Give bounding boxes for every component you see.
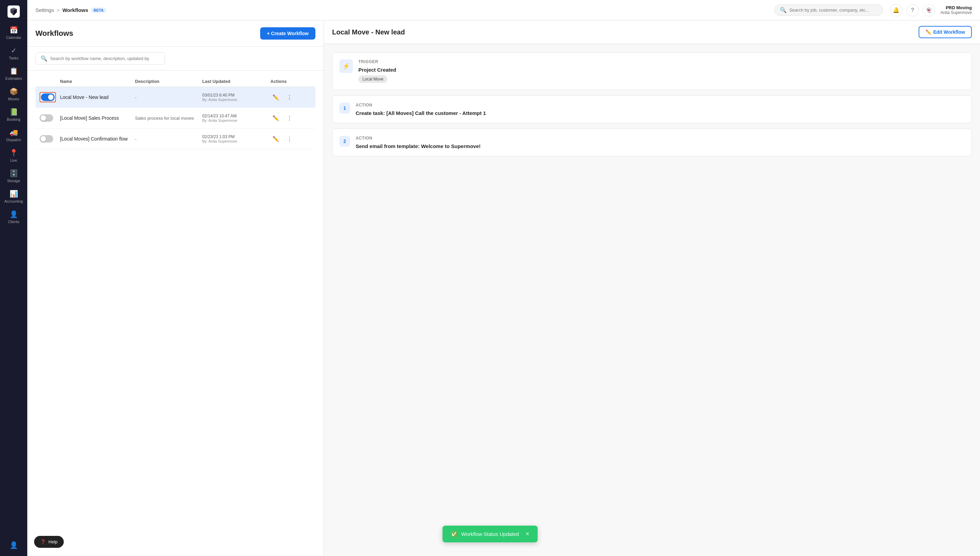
action-2-label: Action: [356, 136, 480, 141]
user-company: PRD Moving: [946, 5, 972, 10]
sidebar-item-storage[interactable]: 🗄️ Storage: [2, 166, 26, 186]
trigger-value: Project Created: [358, 67, 396, 73]
app-logo[interactable]: [6, 4, 21, 19]
main-content: Settings > Workflows BETA 🔍 🔔 ? 👻 PRD Mo…: [27, 0, 980, 556]
row-actions-3: ✏️ ⋮: [271, 133, 311, 144]
workflow-search-filter: 🔍: [27, 47, 324, 71]
sidebar: 📅 Calendar ✓ Tasks 📋 Estimates 📦 Moves 📗…: [0, 0, 27, 556]
ghost-icon-button[interactable]: 👻: [923, 4, 935, 16]
more-row-3-button[interactable]: ⋮: [284, 133, 295, 144]
dispatch-icon: 🚚: [10, 128, 18, 136]
breadcrumb-settings[interactable]: Settings: [35, 7, 54, 13]
question-icon: ?: [911, 7, 914, 13]
col-description: Description: [135, 79, 202, 84]
calendar-icon: 📅: [10, 26, 18, 34]
sidebar-item-profile[interactable]: 👤: [2, 538, 26, 552]
action-2-number: 2: [339, 136, 350, 147]
row-updated-2: 02/14/23 10:47 AM By: Anita Supermove: [202, 113, 271, 123]
edit-row-3-button[interactable]: ✏️: [271, 133, 281, 144]
accounting-icon: 📊: [10, 190, 18, 198]
sidebar-item-accounting[interactable]: 📊 Accounting: [2, 187, 26, 206]
user-info: PRD Moving Anita Supermove: [940, 5, 972, 15]
tasks-icon: ✓: [11, 46, 17, 55]
toggle-3[interactable]: [40, 135, 53, 142]
edit-pencil-icon: ✏️: [925, 29, 931, 35]
workflow-table: Name Description Last Updated Actions: [27, 71, 324, 556]
action-2-header: 2 Action Send email from template: Welco…: [339, 136, 965, 149]
toggle-knob: [48, 94, 53, 100]
moves-icon: 📦: [10, 87, 18, 95]
notifications-button[interactable]: 🔔: [890, 4, 902, 16]
sidebar-label-moves: Moves: [8, 97, 19, 101]
sidebar-label-calendar: Calendar: [6, 36, 21, 40]
profile-icon: 👤: [10, 541, 18, 549]
toast-close-button[interactable]: ×: [526, 530, 530, 538]
help-button[interactable]: ❓ Help: [34, 536, 64, 548]
action-1-header: 1 Action Create task: [All Moves] Call t…: [339, 103, 965, 116]
toggle-wrapper-selected: [40, 92, 56, 102]
sidebar-item-clients[interactable]: 👤 Clients: [2, 207, 26, 226]
beta-badge: BETA: [91, 8, 106, 13]
table-header: Name Description Last Updated Actions: [35, 76, 316, 87]
edit-row-2-button[interactable]: ✏️: [271, 113, 281, 123]
workflow-search-input-wrapper[interactable]: 🔍: [35, 52, 165, 65]
action-card-1: 1 Action Create task: [All Moves] Call t…: [332, 95, 972, 123]
row-updated-3: 02/23/23 1:03 PM By: Anita Supermove: [202, 134, 271, 143]
sidebar-label-clients: Clients: [8, 220, 19, 224]
table-row[interactable]: Local Move - New lead - 03/01/23 6:40 PM…: [35, 87, 316, 108]
row-name-2: [Local Move] Sales Process: [60, 115, 135, 121]
sidebar-item-live[interactable]: 📍 Live: [2, 146, 26, 165]
right-panel: Local Move - New lead ✏️ Edit Workflow ⚡…: [324, 21, 980, 556]
global-search-input[interactable]: [790, 8, 877, 13]
help-circle-icon: ❓: [40, 539, 46, 545]
sidebar-label-estimates: Estimates: [5, 76, 22, 81]
sidebar-item-booking[interactable]: 📗 Booking: [2, 105, 26, 124]
help-label: Help: [48, 539, 58, 545]
sidebar-label-accounting: Accounting: [5, 199, 23, 203]
sidebar-item-moves[interactable]: 📦 Moves: [2, 85, 26, 104]
trigger-card: ⚡ Trigger Project Created Local Move: [332, 52, 972, 90]
action-2-content: Action Send email from template: Welcome…: [356, 136, 480, 149]
action-2-value: Send email from template: Welcome to Sup…: [356, 143, 480, 149]
table-row[interactable]: [Local Move] Sales Process Sales process…: [35, 108, 316, 129]
action-1-number: 1: [339, 103, 350, 113]
sidebar-item-estimates[interactable]: 📋 Estimates: [2, 64, 26, 83]
action-1-value: Create task: [All Moves] Call the custom…: [356, 110, 486, 116]
toggle-1[interactable]: [41, 94, 55, 101]
edit-workflow-button[interactable]: ✏️ Edit Workflow: [919, 26, 972, 38]
search-icon: 🔍: [780, 7, 787, 13]
ghost-icon: 👻: [925, 7, 932, 13]
col-last-updated: Last Updated: [202, 79, 271, 84]
booking-icon: 📗: [10, 108, 18, 116]
sidebar-label-dispatch: Dispatch: [6, 138, 21, 142]
trigger-content: Trigger Project Created Local Move: [358, 59, 396, 83]
col-actions: Actions: [271, 79, 311, 84]
toggle-2[interactable]: [40, 114, 53, 122]
help-button[interactable]: ?: [906, 4, 919, 16]
search-filter-icon: 🔍: [40, 55, 47, 62]
create-workflow-button[interactable]: + Create Workflow: [260, 27, 316, 40]
trigger-icon: ⚡: [339, 59, 353, 73]
workflow-search-input[interactable]: [50, 56, 160, 61]
right-panel-header: Local Move - New lead ✏️ Edit Workflow: [324, 21, 980, 44]
row-name-3: [Local Moves] Confirmation flow: [60, 136, 135, 142]
bell-icon: 🔔: [893, 7, 899, 13]
estimates-icon: 📋: [10, 67, 18, 75]
more-row-2-button[interactable]: ⋮: [284, 113, 295, 123]
sidebar-label-live: Live: [10, 158, 17, 162]
sidebar-item-calendar[interactable]: 📅 Calendar: [2, 23, 26, 42]
toggle-knob: [40, 115, 46, 121]
sidebar-item-tasks[interactable]: ✓ Tasks: [2, 44, 26, 63]
row-desc-3: -: [135, 136, 202, 142]
more-row-1-button[interactable]: ⋮: [284, 92, 295, 103]
sidebar-label-tasks: Tasks: [9, 56, 18, 60]
sidebar-item-dispatch[interactable]: 🚚 Dispatch: [2, 126, 26, 145]
sidebar-label-storage: Storage: [7, 179, 21, 183]
toast-check-icon: ✅: [451, 531, 457, 537]
edit-row-1-button[interactable]: ✏️: [271, 92, 281, 103]
toast-notification: ✅ Workflow Status Updated ×: [443, 526, 538, 542]
global-search-bar[interactable]: 🔍: [774, 5, 883, 16]
table-row[interactable]: [Local Moves] Confirmation flow - 02/23/…: [35, 129, 316, 149]
row-updated-1: 03/01/23 6:40 PM By: Anita Supermove: [202, 93, 271, 102]
live-icon: 📍: [10, 149, 18, 157]
